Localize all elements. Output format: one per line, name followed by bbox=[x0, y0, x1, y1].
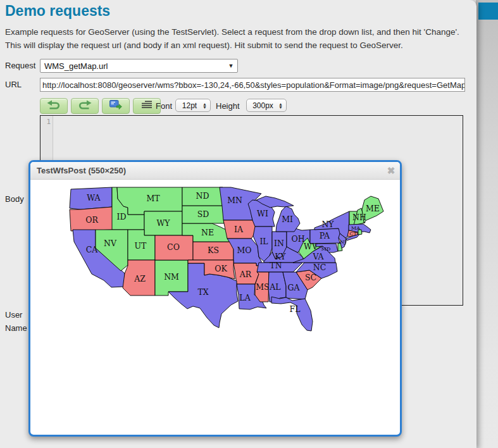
us-map: WAORCAIDMTWYNVUTAZNMCOKSNESDNDMNIAMOARLA… bbox=[41, 181, 389, 339]
state-label-ia: IA bbox=[234, 225, 244, 234]
url-label: URL bbox=[5, 80, 22, 89]
state-fl bbox=[271, 297, 313, 331]
state-label-nc: NC bbox=[313, 263, 327, 272]
state-label-tx: TX bbox=[197, 287, 208, 297]
state-label-pa: PA bbox=[320, 231, 330, 240]
state-label-mn: MN bbox=[227, 196, 242, 205]
state-label-wv: WV bbox=[304, 242, 318, 251]
state-label-al: AL bbox=[269, 282, 280, 292]
body-label: Body bbox=[5, 194, 24, 204]
height-stepper[interactable]: 300px ▲▼ bbox=[246, 99, 287, 112]
state-label-in: IN bbox=[274, 239, 284, 248]
state-label-il: IL bbox=[259, 237, 268, 246]
state-label-tn: TN bbox=[270, 261, 282, 270]
state-label-mo: MO bbox=[237, 246, 251, 255]
font-stepper[interactable]: 12pt ▲▼ bbox=[175, 99, 211, 112]
user-name-label-line2: Name bbox=[5, 323, 27, 333]
request-label: Request bbox=[5, 61, 35, 70]
dialog-content: WAORCAIDMTWYNVUTAZNMCOKSNESDNDMNIAMOARLA… bbox=[30, 180, 400, 342]
state-label-sd: SD bbox=[197, 209, 209, 219]
state-label-or: OR bbox=[85, 215, 98, 225]
state-label-id: ID bbox=[117, 212, 127, 221]
state-label-wi: WI bbox=[257, 209, 268, 218]
state-label-ms: MS bbox=[256, 282, 269, 292]
state-label-ny: NY bbox=[321, 220, 334, 229]
state-label-wa: WA bbox=[87, 193, 101, 202]
testwfspost-dialog: TestWfsPost (550×250) ✖ WAORCAIDMTWYNVUT… bbox=[28, 160, 402, 437]
page-title: Demo requests bbox=[5, 3, 110, 20]
state-label-fl: FL bbox=[290, 304, 301, 314]
state-label-la: LA bbox=[239, 293, 251, 302]
state-label-co: CO bbox=[167, 242, 180, 252]
redo-button[interactable] bbox=[71, 98, 99, 114]
chevron-down-icon: ▼ bbox=[225, 63, 237, 69]
page-curl-decoration bbox=[476, 0, 498, 448]
state-label-nm: NM bbox=[164, 272, 179, 282]
state-label-ar: AR bbox=[239, 270, 252, 279]
state-label-ky: KY bbox=[275, 252, 286, 261]
screen: Demo requests Example requests for GeoSe… bbox=[0, 0, 498, 448]
state-label-nd: ND bbox=[196, 191, 209, 201]
height-stepper-value: 300px bbox=[247, 101, 277, 110]
state-label-wy: WY bbox=[156, 218, 170, 228]
state-label-ca: CA bbox=[86, 245, 99, 254]
state-label-ut: UT bbox=[135, 241, 147, 251]
xml-request-button[interactable] bbox=[102, 98, 130, 114]
stepper-arrows-icon: ▲▼ bbox=[201, 103, 210, 109]
font-stepper-value: 12pt bbox=[176, 101, 201, 110]
state-label-mt: MT bbox=[146, 194, 160, 203]
page-description: Example requests for GeoServer (using th… bbox=[5, 26, 475, 53]
dialog-titlebar: TestWfsPost (550×250) ✖ bbox=[30, 162, 400, 180]
state-label-me: ME bbox=[366, 204, 380, 213]
state-label-ks: KS bbox=[208, 246, 219, 255]
state-label-ga: GA bbox=[287, 283, 300, 292]
font-label: Font bbox=[156, 101, 172, 111]
close-icon[interactable]: ✖ bbox=[382, 165, 400, 177]
state-label-ok: OK bbox=[215, 264, 227, 273]
state-label-nj: NJ bbox=[340, 239, 346, 245]
undo-icon bbox=[46, 100, 61, 113]
request-select[interactable]: WMS_getMap.url ▼ bbox=[40, 59, 238, 73]
request-select-value: WMS_getMap.url bbox=[40, 61, 225, 71]
state-label-nh: NH bbox=[352, 213, 366, 222]
height-label: Height bbox=[216, 101, 240, 111]
state-label-az: AZ bbox=[134, 274, 146, 283]
xml-request-icon bbox=[109, 100, 122, 113]
state-label-sc: SC bbox=[305, 273, 316, 282]
redo-icon bbox=[77, 100, 92, 113]
state-label-va: VA bbox=[312, 252, 324, 261]
user-name-label-line1: User bbox=[5, 310, 22, 320]
state-label-ct: CT bbox=[349, 231, 357, 237]
url-input[interactable]: http://localhost:8080/geoserver/wms?bbox… bbox=[40, 78, 465, 92]
state-label-ne: NE bbox=[201, 228, 214, 237]
state-label-ma: MA bbox=[351, 225, 360, 231]
state-label-oh: OH bbox=[291, 234, 304, 244]
format-lines-icon bbox=[141, 100, 153, 112]
state-label-mi: MI bbox=[282, 215, 293, 224]
dialog-title: TestWfsPost (550×250) bbox=[30, 166, 382, 175]
state-label-nv: NV bbox=[104, 239, 117, 248]
stepper-arrows-icon: ▲▼ bbox=[277, 103, 286, 109]
state-label-md: MD bbox=[321, 246, 331, 252]
editor-line-number: 1 bbox=[46, 118, 51, 126]
corner-blue-block bbox=[478, 3, 498, 20]
undo-button[interactable] bbox=[40, 98, 68, 114]
